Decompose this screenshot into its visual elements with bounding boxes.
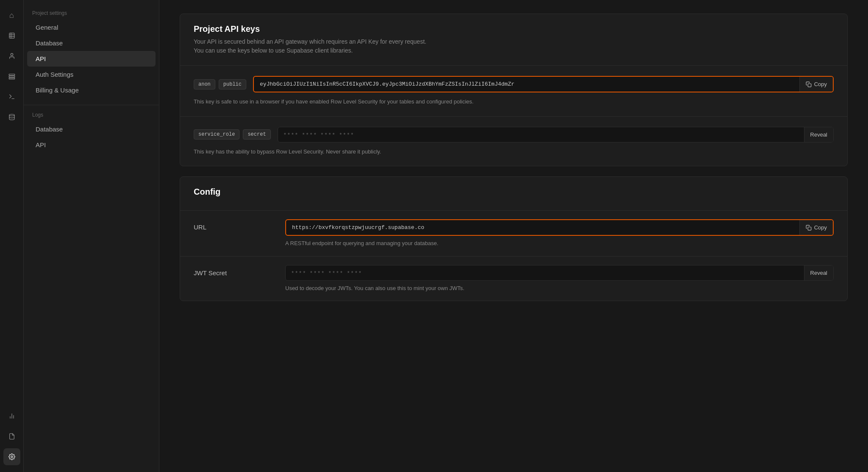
svg-rect-6 [9, 76, 14, 77]
service-role-key-row: service_role secret **** **** **** **** … [180, 117, 847, 166]
sidebar-item-api[interactable]: API [27, 51, 156, 67]
reports-icon[interactable] [3, 408, 20, 425]
home-icon[interactable]: ⌂ [3, 7, 20, 24]
svg-point-13 [11, 456, 13, 458]
url-value: https://bxvfkorqstzpwjuucrgf.supabase.co [286, 220, 799, 235]
service-role-badge: service_role [194, 129, 239, 140]
sidebar-item-logs-api[interactable]: API [27, 137, 156, 153]
anon-key-note: This key is safe to use in a browser if … [194, 98, 834, 106]
url-input-group: https://bxvfkorqstzpwjuucrgf.supabase.co… [285, 219, 834, 236]
svg-rect-7 [9, 78, 14, 79]
docs-icon[interactable] [3, 428, 20, 445]
anon-key-row: anon public eyJhbGciOiJIUzI1NiIsInR5cCI6… [180, 66, 847, 117]
api-keys-header: Project API keys Your API is secured beh… [180, 14, 847, 66]
anon-key-badges-input: anon public eyJhbGciOiJIUzI1NiIsInR5cCI6… [194, 76, 834, 92]
jwt-secret-row: JWT Secret **** **** **** **** Reveal Us… [180, 257, 847, 301]
jwt-secret-reveal-button[interactable]: Reveal [804, 265, 833, 280]
sidebar-item-database[interactable]: Database [27, 35, 156, 51]
sidebar-section-label: Project settings [24, 10, 159, 20]
anon-key-input-group: eyJhbGciOiJIUzI1NiIsInR5cCI6IkpXVCJ9.eyJ… [253, 76, 834, 92]
sidebar-item-general[interactable]: General [27, 20, 156, 35]
service-role-badges-input: service_role secret **** **** **** **** … [194, 127, 834, 142]
api-keys-title: Project API keys [194, 24, 834, 34]
main-content: Project API keys Your API is secured beh… [159, 0, 868, 472]
jwt-content: **** **** **** **** Reveal Used to decod… [285, 265, 834, 293]
api-keys-section: Project API keys Your API is secured beh… [180, 14, 848, 166]
service-role-key-note: This key has the ability to bypass Row L… [194, 148, 834, 156]
anon-badges: anon public [194, 79, 246, 89]
svg-rect-0 [9, 33, 14, 38]
storage-icon[interactable] [3, 68, 20, 85]
service-role-key-masked: **** **** **** **** [278, 127, 804, 142]
svg-point-4 [11, 53, 13, 56]
url-content: https://bxvfkorqstzpwjuucrgf.supabase.co… [285, 219, 834, 248]
sidebar-item-logs-database[interactable]: Database [27, 121, 156, 137]
svg-rect-14 [808, 84, 811, 87]
functions-icon[interactable] [3, 88, 20, 105]
url-copy-button[interactable]: Copy [799, 220, 833, 235]
url-note: A RESTful endpoint for querying and mana… [285, 239, 834, 248]
copy-icon [806, 81, 812, 87]
config-section: Config URL https://bxvfkorqstzpwjuucrgf.… [180, 176, 848, 301]
svg-rect-15 [808, 227, 811, 230]
sidebar: Project settings General Database API Au… [24, 0, 159, 472]
api-keys-description: Your API is secured behind an API gatewa… [194, 37, 834, 55]
anon-key-copy-button[interactable]: Copy [799, 77, 833, 92]
url-label: URL [194, 219, 278, 248]
jwt-secret-masked: **** **** **** **** [286, 265, 804, 280]
service-role-badges: service_role secret [194, 129, 271, 140]
svg-point-9 [9, 114, 14, 116]
url-copy-icon [806, 225, 812, 231]
service-role-key-reveal-button[interactable]: Reveal [804, 127, 833, 142]
sidebar-item-billing[interactable]: Billing & Usage [27, 82, 156, 98]
icon-rail: ⌂ [0, 0, 24, 472]
url-row: URL https://bxvfkorqstzpwjuucrgf.supabas… [180, 211, 847, 257]
users-icon[interactable] [3, 47, 20, 64]
sidebar-item-auth-settings[interactable]: Auth Settings [27, 67, 156, 82]
config-title: Config [194, 187, 834, 197]
jwt-secret-label: JWT Secret [194, 265, 278, 293]
secret-badge: secret [243, 129, 270, 140]
anon-badge: anon [194, 79, 215, 89]
sidebar-divider [24, 105, 159, 105]
svg-rect-5 [9, 74, 14, 75]
service-role-key-input-group: **** **** **** **** Reveal [278, 127, 834, 142]
table-icon[interactable] [3, 27, 20, 44]
database-icon[interactable] [3, 109, 20, 126]
settings-icon[interactable] [3, 448, 20, 465]
config-header: Config [180, 177, 847, 211]
sidebar-logs-section-label: Logs [24, 112, 159, 121]
public-badge: public [219, 79, 246, 89]
jwt-secret-note: Used to decode your JWTs. You can also u… [285, 284, 834, 293]
anon-key-value: eyJhbGciOiJIUzI1NiIsInR5cCI6IkpXVCJ9.eyJ… [254, 77, 799, 92]
spacer [3, 129, 20, 404]
jwt-secret-input-group: **** **** **** **** Reveal [285, 265, 834, 281]
